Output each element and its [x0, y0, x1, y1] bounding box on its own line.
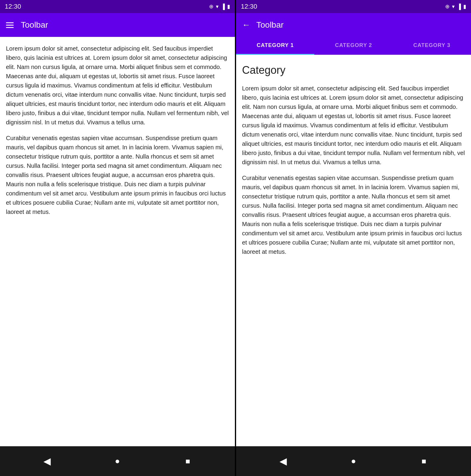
left-bottom-nav: [0, 446, 235, 476]
left-paragraph-1: Lorem ipsum dolor sit amet, consectetur …: [6, 44, 229, 127]
left-phone: 12:30 ⊕ ▾ ▐ ▮ Toolbar Lorem ipsum dolor …: [0, 0, 235, 476]
battery-icon: ▮: [227, 3, 230, 10]
location-icon: ⊕: [209, 3, 213, 10]
left-status-icons: ⊕ ▾ ▐ ▮: [209, 3, 230, 10]
tab-bar: CATEGORY 1 CATEGORY 2 CATEGORY 3: [236, 37, 471, 55]
location-icon: ⊕: [445, 3, 450, 10]
left-app-bar: Toolbar: [0, 13, 235, 37]
right-home-button[interactable]: [345, 453, 362, 469]
right-back-button[interactable]: [275, 453, 291, 469]
right-bottom-nav: [236, 446, 471, 476]
right-phone: 12:30 ⊕ ▾ ▐ ▮ ← Toolbar CATEGORY 1 CATEG…: [236, 0, 471, 476]
right-recent-button[interactable]: [416, 453, 432, 469]
left-paragraph-2: Curabitur venenatis egestas sapien vitae…: [6, 134, 229, 217]
left-home-button[interactable]: [109, 453, 126, 469]
right-content: Category Lorem ipsum dolor sit amet, con…: [236, 55, 471, 446]
tab-category-1[interactable]: CATEGORY 1: [236, 37, 314, 55]
wifi-icon: ▾: [216, 3, 219, 10]
left-time: 12:30: [5, 3, 21, 10]
right-toolbar-title: Toolbar: [256, 20, 284, 30]
left-status-bar: 12:30 ⊕ ▾ ▐ ▮: [0, 0, 235, 13]
right-time: 12:30: [241, 3, 257, 10]
signal-icon: ▐: [221, 4, 225, 10]
left-toolbar-title: Toolbar: [21, 20, 48, 30]
wifi-icon: ▾: [452, 3, 455, 10]
right-paragraph-2: Curabitur venenatis egestas sapien vitae…: [242, 173, 465, 256]
tab-category-2[interactable]: CATEGORY 2: [314, 37, 392, 55]
right-content-title: Category: [242, 62, 465, 79]
right-app-bar: ← Toolbar: [236, 13, 471, 37]
signal-icon: ▐: [457, 4, 461, 10]
left-recent-button[interactable]: [180, 453, 196, 469]
right-status-bar: 12:30 ⊕ ▾ ▐ ▮: [236, 0, 471, 13]
back-arrow-icon[interactable]: ←: [242, 20, 250, 30]
right-status-icons: ⊕ ▾ ▐ ▮: [445, 3, 466, 10]
menu-icon[interactable]: [6, 22, 14, 28]
left-content: Lorem ipsum dolor sit amet, consectetur …: [0, 37, 235, 446]
battery-icon: ▮: [463, 3, 466, 10]
tab-category-3[interactable]: CATEGORY 3: [393, 37, 471, 55]
left-back-button[interactable]: [39, 453, 55, 469]
right-paragraph-1: Lorem ipsum dolor sit amet, consectetur …: [242, 84, 465, 167]
